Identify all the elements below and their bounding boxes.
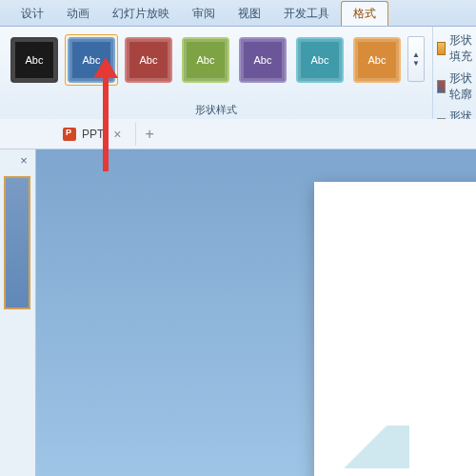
shape-outline-button[interactable]: 形状轮廓 (437, 70, 472, 103)
shape-fill-button[interactable]: 形状填充 (437, 32, 472, 65)
doc-tab-ppt[interactable]: PPT × (53, 123, 136, 146)
tab-format[interactable]: 格式 (341, 1, 388, 26)
style-swatch-purple[interactable]: Abc (239, 37, 287, 83)
style-swatch-teal[interactable]: Abc (296, 37, 344, 83)
decorative-wedge (324, 426, 409, 468)
style-swatch-red[interactable]: Abc (125, 37, 172, 83)
gallery-more-button[interactable]: ▲▼ (407, 36, 425, 82)
shape-options: 形状填充 形状轮廓 形状效果 (433, 27, 476, 119)
tab-animation[interactable]: 动画 (55, 2, 101, 26)
ribbon-tabs: 设计 动画 幻灯片放映 审阅 视图 开发工具 格式 (0, 0, 476, 27)
doc-tab-label: PPT (82, 128, 104, 141)
ribbon: Abc Abc Abc Abc Abc Abc Abc ▲▼ 形状样式 形状填充… (0, 27, 476, 120)
add-tab-button[interactable]: + (136, 126, 164, 143)
document-area: 片机 PPT × + × jb51.net (0, 120, 476, 476)
shape-styles-group: Abc Abc Abc Abc Abc Abc Abc ▲▼ 形状样式 (0, 27, 433, 119)
tab-slideshow[interactable]: 幻灯片放映 (101, 2, 181, 26)
bucket-icon (437, 42, 446, 55)
style-swatch-blue[interactable]: Abc (68, 37, 115, 83)
slide-thumbnail[interactable] (4, 176, 30, 309)
style-swatch-green[interactable]: Abc (182, 37, 229, 83)
thumbnail-pane: × (0, 149, 36, 476)
style-swatch-black[interactable]: Abc (10, 37, 58, 83)
style-gallery: Abc Abc Abc Abc Abc Abc Abc ▲▼ (6, 30, 426, 89)
close-tab-button[interactable]: × (109, 127, 125, 142)
style-swatch-orange[interactable]: Abc (353, 37, 401, 83)
pen-icon (437, 80, 446, 93)
tab-review[interactable]: 审阅 (181, 2, 227, 26)
powerpoint-icon (63, 128, 76, 141)
tab-design[interactable]: 设计 (10, 2, 55, 26)
tab-view[interactable]: 视图 (227, 2, 272, 26)
tab-devtools[interactable]: 开发工具 (272, 2, 341, 26)
close-pane-button[interactable]: × (16, 153, 31, 169)
document-tabs: PPT × + (0, 119, 476, 149)
group-label-shape-styles: 形状样式 (6, 103, 426, 117)
watermark: jb51.net (427, 457, 468, 470)
